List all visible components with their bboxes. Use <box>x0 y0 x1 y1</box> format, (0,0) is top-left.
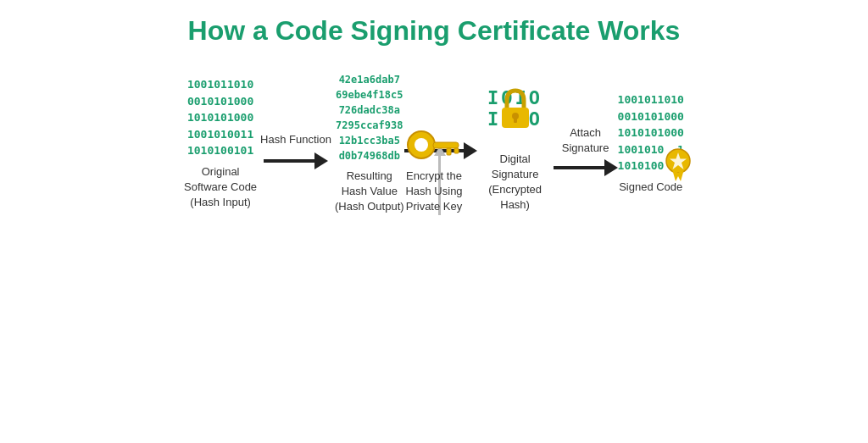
original-code-label: OriginalSoftware Code(Hash Input) <box>184 164 257 211</box>
key-label: Encrypt theHash UsingPrivate Key <box>405 169 462 215</box>
signed-code-label: Signed Code <box>619 180 682 195</box>
signed-code-node: 1001011010001010100010101010001001010 11… <box>618 91 684 195</box>
certificate-ribbon-icon <box>660 146 696 181</box>
digital-signature-node: IOIOIOIO DigitalSignature(EncryptedHash) <box>477 70 554 213</box>
svg-rect-9 <box>447 148 451 155</box>
hash-value-node: 42e1a6dab769ebe4f18c5726dadc38a7295ccaf9… <box>335 72 404 215</box>
svg-rect-2 <box>514 118 517 123</box>
digital-sig-label: DigitalSignature(EncryptedHash) <box>488 152 542 213</box>
original-code-node: 1001011010001010100010101010001001010011… <box>184 76 257 210</box>
signed-code-wrapper: 1001011010001010100010101010001001010 11… <box>618 91 684 174</box>
svg-rect-10 <box>454 148 459 153</box>
hash-function-arrow-line <box>264 152 328 169</box>
hash-value-label: ResultingHash Value(Hash Output) <box>335 169 404 215</box>
attach-sig-arrow-container: AttachSignature <box>554 125 618 176</box>
page-title: How a Code Signing Certificate Works <box>188 15 681 47</box>
key-icon <box>404 126 464 165</box>
hash-function-label: Hash Function <box>260 132 331 147</box>
original-code-text: 1001011010001010100010101010001001010011… <box>187 76 253 159</box>
svg-rect-8 <box>433 142 459 148</box>
hash-function-arrow: Hash Function <box>260 132 331 169</box>
attach-sig-arrow <box>554 159 618 176</box>
svg-point-7 <box>415 138 428 152</box>
attach-sig-arrow-label: AttachSignature <box>562 125 609 156</box>
lock-icon <box>495 86 536 131</box>
key-section: Encrypt theHash UsingPrivate Key <box>404 126 464 215</box>
hash-value-text: 42e1a6dab769ebe4f18c5726dadc38a7295ccaf9… <box>336 72 403 163</box>
